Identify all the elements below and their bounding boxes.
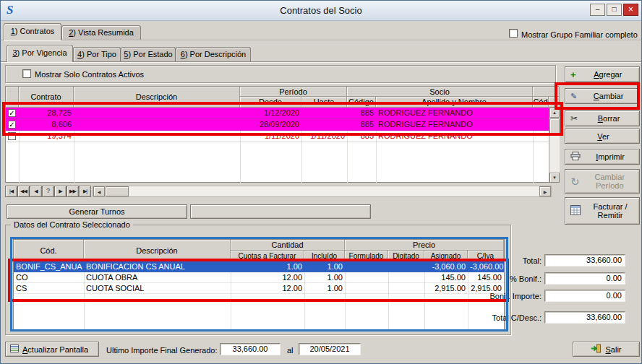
contract-row-2[interactable]: ✓ 8,606 28/09/2020 885 RODRIGUEZ FERNAND… [6,119,549,131]
exit-door-icon [591,344,601,355]
detail-row-bonif-cuotas: 1.00 [231,261,304,272]
detail-row-cs-digitado [388,283,424,294]
printer-icon [570,152,581,162]
detail-row-cs-asignado: 2,915.00 [424,283,468,294]
total-cdesc-label: Total C/Desc.: [435,313,542,322]
detail-row-cs-civa: 2,915.00 [468,283,504,294]
contract-row-1-desde: 1/12/2020 [240,108,301,118]
tab-por-descripcion[interactable]: 6) Por Descripción [176,47,251,61]
imprimir-label: Imprimir [584,152,636,161]
edit-pencil-icon: ✎ [570,92,577,100]
grid-scroll-thumb[interactable] [549,118,560,134]
grid-header-corner [6,87,19,108]
detail-row-bonif[interactable]: BONIF_CS_ANUA BONIFICACION CS ANUAL 1.00… [14,261,504,272]
tab-por-vigencia-label: ) Por Vigencia [17,48,67,57]
facturar-remitir-label: Facturar / Remitir [584,202,636,220]
tab-vista-resumida[interactable]: 2) Vista Resumida [61,25,141,40]
total-field: 33,660.00 [544,254,625,266]
scroll-down-icon[interactable]: ▼ [549,173,560,183]
contract-row-3-descripcion [74,131,240,142]
maximize-button[interactable]: □ [607,4,622,16]
scroll-left-icon[interactable]: ◀ [93,186,105,196]
detail-row-co[interactable]: CO CUOTA OBRA 12.00 1.00 145.00 145.00 [14,272,504,283]
actualizar-pantalla-button[interactable]: Actualizar Pantalla [5,342,99,357]
detail-header-formulado: Formulado [345,251,388,261]
detail-header-cuotas-facturar: Cuotas a Facturar [231,251,304,261]
contract-row-2-checkbox[interactable]: ✓ [8,121,16,129]
contract-row-2-descripcion [74,119,240,130]
tab-por-tipo[interactable]: 4) Por Tipo [73,47,121,61]
grid-header-apellido: Apellido y Nombre [376,97,533,108]
nav-last-button[interactable]: ▶| [79,186,91,197]
contract-row-3[interactable]: 19,374 1/11/2020 1/11/2020 885 RODRIGUEZ… [6,131,549,142]
cambiar-periodo-line1: Cambiar [583,173,636,181]
nav-locate-button[interactable]: ? [42,186,54,197]
contract-row-3-desde: 1/11/2020 [240,131,301,142]
contract-row-3-contrato: 19,374 [19,131,74,142]
agregar-label: Agregar [580,70,636,79]
scissors-icon: ✂ [570,114,578,123]
tab-por-estado[interactable]: 5) Por Estado [121,47,176,61]
nav-next-page-button[interactable]: ▶▶ [67,186,79,197]
tab-contratos-label: ) Contratos [15,27,54,35]
salir-button[interactable]: Salir [573,342,640,357]
solo-activos-checkbox[interactable] [22,69,31,78]
tab-por-vigencia[interactable]: 3) Por Vigencia [7,45,73,62]
minimize-button[interactable]: – [590,4,605,16]
nav-prev-button[interactable]: ◀ [30,186,42,197]
contract-row-2-hasta [301,119,347,130]
generar-turnos-button[interactable]: Generar Turnos [7,204,187,219]
ver-label: Ver [570,132,636,141]
invoice-grid-icon [570,205,581,217]
detail-row-co-cuotas: 12.00 [231,272,304,283]
grid-header-descripcion: Descripción [74,87,240,108]
contract-row-2-apellido: RODRIGUEZ FERNANDO [376,119,533,130]
detail-row-co-civa: 145.00 [468,272,504,283]
scroll-up-icon[interactable]: ▲ [549,108,560,118]
detail-row-cs[interactable]: CS CUOTA SOCIAL 12.00 1.00 2,915.00 2,91… [14,283,504,294]
grid-header-desde: Desde [240,97,301,108]
contract-row-1-descripcion [74,108,240,118]
facturar-remitir-button[interactable]: Facturar / Remitir [565,197,640,225]
nav-first-button[interactable]: |◀ [5,186,17,197]
refresh-period-icon: ↻ [570,176,580,187]
contract-row-1[interactable]: ✓ 28,725 1/12/2020 885 RODRIGUEZ FERNAND… [6,108,549,119]
ver-button[interactable]: Ver [565,129,640,144]
borrar-button[interactable]: ✂ Borrar [565,110,640,126]
detail-row-co-desc: CUOTA OBRA [84,272,231,283]
nav-prev-page-button[interactable]: ◀◀ [17,186,30,197]
contract-row-2-desde: 28/09/2020 [240,119,301,130]
contract-row-1-checkbox[interactable]: ✓ [8,109,16,117]
detail-header-cod: Cód. [14,240,84,261]
tab-por-tipo-label: ) Por Tipo [82,50,116,58]
imprimir-button[interactable]: Imprimir [565,149,640,165]
contract-row-2-contrato: 8,606 [19,119,74,130]
detail-row-bonif-incluido: 1.00 [304,261,345,272]
secondary-blank-button[interactable] [190,204,371,219]
cambiar-periodo-button[interactable]: ↻ Cambiar Período [565,169,640,194]
grupo-familiar-checkbox[interactable] [509,29,518,38]
agregar-button[interactable]: + Agregar [565,66,640,82]
grid-horizontal-scrollbar[interactable]: ◀ ▶ [93,186,552,197]
window-controls: – □ × [590,4,638,16]
contract-row-3-hasta: 1/11/2020 [301,131,347,142]
scroll-right-icon[interactable]: ▶ [539,186,551,196]
grid-vertical-scrollbar[interactable]: ▲ ▼ [549,108,560,183]
grid-header-periodo: Período [240,87,347,97]
window-title: Contratos del Socio [1,5,641,16]
nav-next-button[interactable]: ▶ [54,186,67,197]
contract-row-3-apellido: RODRIGUEZ FERNANDO [376,131,533,142]
hscroll-thumb[interactable] [106,186,129,196]
bonif-pct-field: 0.00 [544,272,625,285]
contract-row-3-codigo: 885 [347,131,376,142]
detail-row-bonif-cod: BONIF_CS_ANUA [14,261,84,272]
detail-row-bonif-digitado [388,261,424,272]
cambiar-button[interactable]: ✎ Cambiar [565,88,640,104]
detail-row-cs-cod: CS [14,283,84,294]
tab-contratos[interactable]: 1) Contratos [4,23,61,40]
close-button[interactable]: × [623,4,638,16]
total-cdesc-field: 33,660.00 [544,311,625,324]
contract-row-3-checkbox[interactable] [8,132,16,140]
actualizar-pantalla-label: Actualizar Pantalla [22,345,88,354]
detail-row-cs-incluido: 1.00 [304,283,345,294]
